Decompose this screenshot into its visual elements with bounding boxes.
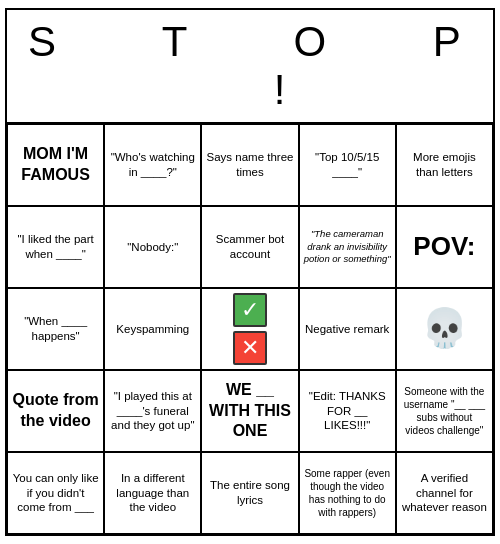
cell-r4c4: "Edit: THANKS FOR __ LIKES!!!" [299, 370, 396, 452]
cell-r1c2: "Who's watching in ____?" [104, 124, 201, 206]
cell-r5c3-text: The entire song lyrics [206, 478, 293, 508]
cell-r3c1: "When ____ happens" [7, 288, 104, 370]
bingo-grid: MOM I'M FAMOUS "Who's watching in ____?"… [7, 124, 493, 534]
cell-r1c4-text: "Top 10/5/15 ____" [304, 150, 391, 180]
red-x-icon: ✕ [233, 331, 267, 365]
cell-r5c5: A verified channel for whatever reason [396, 452, 493, 534]
title-letter-t: T [162, 18, 199, 65]
cell-r4c4-text: "Edit: THANKS FOR __ LIKES!!!" [304, 389, 391, 434]
cell-r1c2-text: "Who's watching in ____?" [109, 150, 196, 180]
cell-r3c3: ✓ ✕ [201, 288, 298, 370]
cell-r2c2-text: "Nobody:" [127, 240, 178, 255]
cell-r5c1-text: You can only like if you didn't come fro… [12, 471, 99, 516]
cell-r1c3-text: Says name three times [206, 150, 293, 180]
cell-r2c1-text: "I liked the part when ____" [12, 232, 99, 262]
cell-r2c5-text: POV: [413, 230, 475, 264]
title-letter-exclaim: ! [274, 66, 298, 113]
cell-r5c4-text: Some rapper (even though the video has n… [304, 467, 391, 519]
cell-r5c2-text: In a different language than the video [109, 471, 196, 516]
cell-r4c3: WE __ WITH THIS ONE [201, 370, 298, 452]
cell-r5c2: In a different language than the video [104, 452, 201, 534]
cell-r3c1-text: "When ____ happens" [12, 314, 99, 344]
cell-r4c1-text: Quote from the video [12, 390, 99, 432]
cell-r4c2: "I played this at ____'s funeral and the… [104, 370, 201, 452]
cell-r2c2: "Nobody:" [104, 206, 201, 288]
cell-r3c2-text: Keyspamming [116, 322, 189, 337]
skull-icon: 💀 [421, 304, 468, 353]
bingo-title: S T O P ! [7, 10, 493, 124]
cell-r3c4: Negative remark [299, 288, 396, 370]
cell-r2c4-text: "The cameraman drank an invisibility pot… [304, 228, 391, 265]
title-letter-o: O [293, 18, 338, 65]
cell-r5c4: Some rapper (even though the video has n… [299, 452, 396, 534]
green-checkmark-icon: ✓ [233, 293, 267, 327]
cell-r4c5: Someone with the username "__ ___ subs w… [396, 370, 493, 452]
cell-r1c5-text: More emojis than letters [401, 150, 488, 180]
cell-r4c3-text: WE __ WITH THIS ONE [206, 380, 293, 442]
cell-r5c3: The entire song lyrics [201, 452, 298, 534]
title-letter-s: S [28, 18, 68, 65]
title-letter-p: P [433, 18, 472, 65]
cell-r1c4: "Top 10/5/15 ____" [299, 124, 396, 206]
cell-r2c1: "I liked the part when ____" [7, 206, 104, 288]
cell-r5c1: You can only like if you didn't come fro… [7, 452, 104, 534]
cell-r3c5: 💀 [396, 288, 493, 370]
cell-r2c3-text: Scammer bot account [206, 232, 293, 262]
cell-r3c4-text: Negative remark [305, 322, 389, 337]
cell-r1c3: Says name three times [201, 124, 298, 206]
cell-r4c5-text: Someone with the username "__ ___ subs w… [401, 385, 488, 437]
cell-r1c1: MOM I'M FAMOUS [7, 124, 104, 206]
cell-r2c5: POV: [396, 206, 493, 288]
cell-r2c4: "The cameraman drank an invisibility pot… [299, 206, 396, 288]
cell-r1c1-text: MOM I'M FAMOUS [12, 144, 99, 186]
cell-r3c2: Keyspamming [104, 288, 201, 370]
cell-r4c2-text: "I played this at ____'s funeral and the… [109, 389, 196, 434]
cell-r1c5: More emojis than letters [396, 124, 493, 206]
bingo-card: S T O P ! MOM I'M FAMOUS "Who's watching… [5, 8, 495, 536]
cell-r4c1: Quote from the video [7, 370, 104, 452]
cell-r5c5-text: A verified channel for whatever reason [401, 471, 488, 516]
cell-r2c3: Scammer bot account [201, 206, 298, 288]
check-x-container: ✓ ✕ [233, 293, 267, 365]
